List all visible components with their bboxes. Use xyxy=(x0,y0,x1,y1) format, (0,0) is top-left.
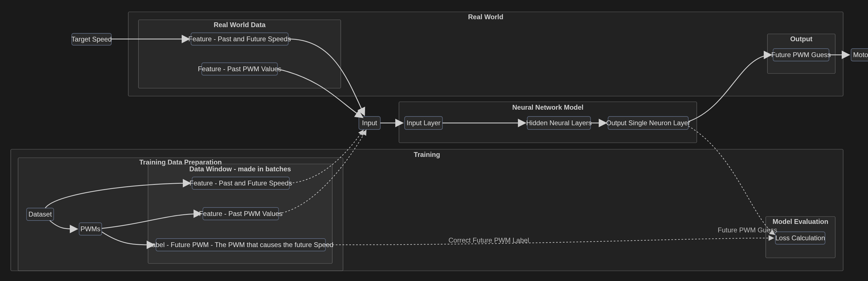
title-data-window: Data Window - made in batches xyxy=(189,165,291,173)
label-loss-calc: Loss Calculation xyxy=(775,234,825,242)
edge-label-future-guess: Future PWM Guess xyxy=(718,226,777,234)
title-output: Output xyxy=(790,35,813,43)
label-feat-speeds-tr: Feature - Past and Future Speeds xyxy=(190,179,292,187)
label-future-pwm-guess: Future PWM Guess xyxy=(771,51,831,59)
title-model-eval: Model Evaluation xyxy=(773,218,828,225)
label-hidden-layers: Hidden Neural Layers xyxy=(526,119,592,127)
label-feat-speeds-rw: Feature - Past and Future Speeds xyxy=(188,35,291,43)
label-pwms: PWMs xyxy=(81,225,101,233)
container-real-world-data xyxy=(138,20,341,88)
label-feat-pwm-rw: Feature - Past PWM Values xyxy=(198,65,281,73)
label-output-layer: Output Single Neuron Layer xyxy=(606,119,690,127)
label-motor: Motor xyxy=(853,51,868,59)
label-target-speed: Target Speed xyxy=(71,35,112,43)
label-input: Input xyxy=(362,119,377,127)
title-training: Training xyxy=(414,151,440,158)
title-real-world: Real World xyxy=(468,13,503,21)
label-input-layer: Input Layer xyxy=(407,119,440,127)
edge-label-correct-pwm: Correct Future PWM Label xyxy=(448,236,529,244)
title-neural-network: Neural Network Model xyxy=(512,103,584,111)
diagram-canvas: Real World Real World Data Output Neural… xyxy=(0,0,868,281)
label-feat-pwm-tr: Feature - Past PWM Values xyxy=(199,210,283,217)
label-future-pwm-label: Label - Future PWM - The PWM that causes… xyxy=(148,241,333,249)
title-real-world-data: Real World Data xyxy=(214,21,266,29)
label-dataset: Dataset xyxy=(29,210,52,218)
